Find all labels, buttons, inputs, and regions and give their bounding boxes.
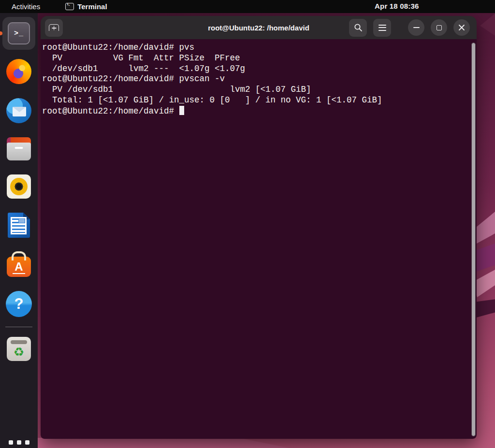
firefox-icon — [6, 59, 31, 84]
search-icon — [354, 23, 363, 32]
dock-item-files[interactable] — [7, 137, 31, 160]
show-applications-button[interactable] — [9, 440, 29, 445]
prompt-text: root@Ubuntu22:/home/david# — [42, 106, 179, 116]
speaker-ring — [10, 178, 28, 195]
ubuntu-dock: >_ A — [0, 13, 38, 448]
dock-item-rhythmbox[interactable] — [7, 174, 31, 199]
terminal-icon — [65, 3, 74, 10]
close-icon — [458, 24, 465, 31]
terminal-cursor — [179, 106, 185, 115]
minimize-icon — [413, 27, 420, 28]
dock-divider — [5, 327, 32, 327]
terminal-line: Total: 1 [<1.07 GiB] / in_use: 0 [0 ] / … — [42, 95, 470, 106]
dock-item-libreoffice-writer[interactable] — [8, 213, 30, 238]
gnome-top-bar: Activities Terminal Apr 18 08:36 — [0, 0, 495, 13]
close-button[interactable] — [453, 19, 470, 36]
image-placeholder — [18, 218, 25, 223]
terminal-line: PV /dev/sdb1 lvm2 [<1.07 GiB] — [42, 85, 470, 95]
wallpaper-polygon — [480, 14, 495, 36]
rhythmbox-icon — [7, 174, 31, 199]
terminal-line: root@Ubuntu22:/home/david# pvs — [42, 43, 470, 53]
terminal-prompt-line: root@Ubuntu22:/home/david# — [42, 106, 470, 117]
search-button[interactable] — [349, 19, 367, 37]
running-indicator-dot — [0, 31, 2, 35]
trash-icon: ♻ — [7, 337, 31, 361]
easel-feet — [13, 273, 25, 275]
software-a-glyph: A — [15, 260, 23, 274]
grid-dot — [25, 440, 29, 445]
help-icon: ? — [6, 291, 32, 317]
folder-dash — [15, 147, 23, 149]
hamburger-icon — [379, 25, 386, 31]
dock-item-terminal[interactable]: >_ — [2, 17, 35, 50]
maximize-icon — [437, 25, 442, 30]
dock-item-trash[interactable]: ♻ — [7, 337, 31, 361]
libreoffice-writer-icon — [8, 213, 30, 238]
dock-item-help[interactable]: ? — [6, 291, 32, 317]
new-tab-icon — [49, 24, 59, 31]
focused-app-label: Terminal — [77, 2, 107, 11]
ubuntu-software-icon: A — [7, 257, 31, 277]
recycle-glyph: ♻ — [14, 346, 24, 358]
terminal-headerbar[interactable]: root@Ubuntu22: /home/david — [41, 16, 477, 39]
minimize-button[interactable] — [408, 19, 424, 36]
dock-item-thunderbird[interactable] — [6, 98, 31, 123]
terminal-prompt-glyph: >_ — [14, 29, 24, 38]
new-tab-button[interactable] — [45, 19, 63, 37]
clock[interactable]: Apr 18 08:36 — [375, 2, 419, 10]
wallpaper-polygon — [38, 438, 289, 448]
terminal-window: root@Ubuntu22: /home/david — [41, 16, 477, 439]
folder-front — [7, 143, 31, 160]
thunderbird-icon — [6, 98, 31, 123]
activities-button[interactable]: Activities — [9, 1, 43, 12]
terminal-scrollbar[interactable] — [471, 43, 476, 436]
dock-item-ubuntu-software[interactable]: A — [7, 252, 31, 277]
trash-lid — [11, 340, 27, 344]
terminal-icon: >_ — [8, 22, 30, 44]
focused-app-menu[interactable]: Terminal — [65, 2, 107, 11]
page — [11, 217, 27, 234]
terminal-screen[interactable]: root@Ubuntu22:/home/david# pvs PV VG Fmt… — [41, 39, 477, 439]
menu-button[interactable] — [373, 19, 391, 37]
files-folder-icon — [7, 137, 31, 160]
grid-dot — [17, 440, 21, 445]
terminal-line: /dev/sdb1 lvm2 --- <1.07g <1.07g — [42, 64, 470, 74]
headerbar-controls — [349, 19, 477, 37]
terminal-line: root@Ubuntu22:/home/david# pvscan -v — [42, 74, 470, 85]
maximize-button[interactable] — [431, 19, 447, 36]
question-mark-glyph: ? — [15, 295, 24, 313]
terminal-line: PV VG Fmt Attr PSize PFree — [42, 53, 470, 64]
grid-dot — [9, 440, 13, 445]
envelope-icon — [13, 107, 26, 116]
dock-item-firefox[interactable] — [6, 59, 31, 84]
